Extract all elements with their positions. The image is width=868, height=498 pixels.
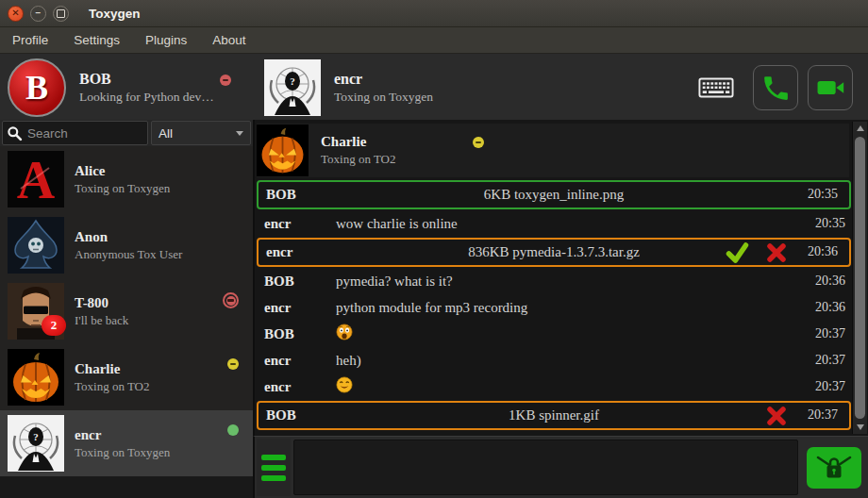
friend-avatar — [257, 124, 309, 176]
message-sender: encr — [257, 216, 336, 232]
message-sender: BOB — [257, 326, 336, 342]
contact-filter-value: All — [159, 126, 173, 141]
contact-status-message: I'll be back — [75, 313, 128, 328]
svg-text:A: A — [17, 151, 56, 208]
message-input[interactable] — [293, 440, 798, 495]
peer-name: encr — [334, 71, 433, 88]
self-status-message: Looking for Python dev… — [79, 90, 214, 105]
menu-profile[interactable]: Profile — [12, 33, 48, 47]
message-row: BOBpymedia? what is it?20:36 — [257, 268, 851, 294]
maximize-icon[interactable] — [53, 6, 69, 22]
contact-item-t-800[interactable]: T-800I'll be back2 — [0, 278, 253, 344]
message-sender: encr — [257, 300, 336, 316]
peer-status-message: Toxing on Toxygen — [334, 90, 433, 105]
message-time: 20:37 — [815, 353, 851, 368]
contact-avatar — [8, 217, 64, 274]
self-name: BOB — [79, 71, 214, 88]
contact-avatar — [8, 349, 64, 406]
peer-avatar: ? — [264, 59, 321, 116]
window-title: Toxygen — [89, 7, 141, 21]
minimize-icon[interactable]: − — [30, 6, 46, 22]
file-transfer-label: 6KB toxygen_inline.png — [259, 187, 849, 203]
contact-avatar: ? — [8, 415, 64, 472]
phone-icon — [760, 73, 792, 104]
unread-count-badge: 2 — [42, 315, 66, 336]
away-status-icon — [473, 137, 484, 148]
online-status-icon — [227, 424, 239, 436]
contact-name: Charlie — [75, 361, 150, 377]
shocked-emoji — [336, 324, 353, 340]
svg-text:?: ? — [290, 75, 295, 87]
smile-emoji — [336, 376, 353, 393]
message-row: encr20:37 — [257, 374, 851, 400]
decline-file-button[interactable] — [764, 241, 789, 264]
decline-file-button[interactable] — [764, 405, 789, 427]
titlebar: ✕ − Toxygen — [0, 0, 868, 27]
keyboard-icon[interactable] — [698, 76, 734, 99]
file-transfer-label: 836KB pymedia-1.3.7.3.tar.gz — [259, 244, 849, 260]
accept-file-button[interactable] — [725, 241, 749, 264]
composer — [253, 436, 868, 498]
contact-item-charlie[interactable]: CharlieToxing on TO2 — [0, 344, 253, 410]
close-icon[interactable]: ✕ — [8, 6, 24, 22]
video-call-button[interactable] — [808, 65, 853, 110]
friend-status-message: Toxing on TO2 — [321, 152, 396, 167]
busy-status-icon — [223, 292, 239, 308]
away-status-icon — [227, 358, 239, 370]
message-sender: encr — [257, 353, 336, 369]
message-row: encrwow charlie is online20:35 — [257, 210, 851, 237]
message-row: encrpython module for mp3 recording20:36 — [257, 294, 851, 321]
contact-name: Alice — [75, 163, 170, 179]
file-transfer-row: encr836KB pymedia-1.3.7.3.tar.gz20:36 — [257, 238, 851, 267]
message-text: wow charlie is online — [336, 216, 815, 232]
chat-area: Charlie Toxing on TO2 BOB6KB toxygen_inl… — [253, 120, 868, 436]
message-time: 20:37 — [815, 326, 851, 341]
send-button[interactable] — [807, 447, 861, 489]
message-row: encrheh)20:37 — [257, 347, 851, 374]
file-transfer-row: BOB6KB toxygen_inline.png20:35 — [257, 180, 851, 209]
message-sender: encr — [257, 379, 336, 395]
menubar: Profile Settings Plugins About — [0, 27, 868, 54]
contact-item-alice[interactable]: AAliceToxing on Toxygen — [0, 146, 253, 212]
message-time: 20:35 — [815, 216, 851, 231]
audio-call-button[interactable] — [753, 65, 798, 110]
chat-scrollbar[interactable] — [852, 122, 867, 434]
contact-status-message: Anonymous Tox User — [75, 247, 182, 262]
message-time: 20:35 — [808, 187, 843, 202]
contact-item-encr[interactable]: ?encrToxing on Toxygen — [0, 410, 253, 476]
header-row: B BOB Looking for Python dev… ? encr Tox… — [0, 54, 868, 122]
message-list: BOB6KB toxygen_inline.png20:35encrwow ch… — [257, 180, 851, 430]
search-input[interactable] — [2, 121, 148, 145]
scroll-down-arrow[interactable] — [853, 421, 867, 434]
contact-item-anon[interactable]: AnonAnonymous Tox User — [0, 212, 253, 278]
search-row: All — [0, 120, 253, 146]
toxygen-window: ✕ − Toxygen Profile Settings Plugins Abo… — [0, 0, 868, 498]
search-icon — [7, 125, 23, 141]
friend-name: Charlie — [321, 134, 396, 150]
contact-avatar: A — [8, 151, 64, 208]
menu-settings[interactable]: Settings — [74, 33, 120, 47]
video-camera-icon — [814, 72, 846, 104]
message-time: 20:37 — [815, 379, 851, 394]
contact-filter-dropdown[interactable]: All — [151, 121, 251, 145]
decline-x-icon — [766, 406, 787, 426]
message-row: BOB20:37 — [257, 321, 851, 347]
contact-status-message: Toxing on Toxygen — [75, 445, 170, 460]
chat-menu-button[interactable] — [257, 439, 291, 496]
contact-name: encr — [75, 427, 170, 443]
menu-about[interactable]: About — [212, 33, 245, 47]
message-text: heh) — [336, 353, 815, 369]
contact-name: T-800 — [75, 295, 128, 311]
self-avatar[interactable]: B — [8, 58, 66, 117]
contact-name: Anon — [75, 229, 182, 245]
chat-peer-header: ? encr Toxing on Toxygen — [253, 54, 868, 122]
menu-plugins[interactable]: Plugins — [145, 33, 187, 47]
scrollbar-thumb[interactable] — [855, 137, 865, 419]
message-text: python module for mp3 recording — [336, 300, 815, 316]
contact-status-message: Toxing on Toxygen — [75, 181, 170, 196]
decline-x-icon — [766, 242, 787, 263]
message-time: 20:37 — [808, 407, 843, 423]
scroll-up-arrow[interactable] — [853, 122, 867, 135]
self-profile[interactable]: B BOB Looking for Python dev… — [0, 54, 253, 122]
contact-list: AAliceToxing on ToxygenAnonAnonymous Tox… — [0, 146, 253, 498]
